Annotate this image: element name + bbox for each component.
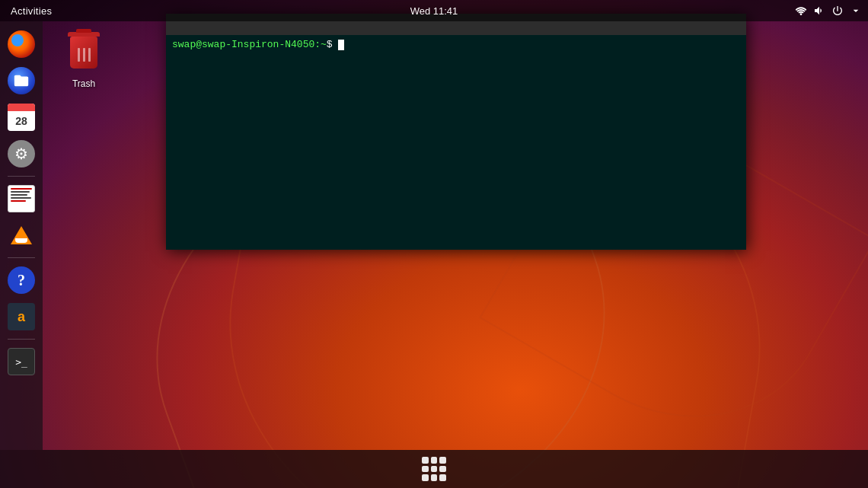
prompt-separator: :~ <box>314 39 327 50</box>
grid-dot-6 <box>439 466 446 473</box>
grid-dot-1 <box>422 457 429 464</box>
terminal-cursor <box>338 40 344 50</box>
desktop-icons-area: Trash <box>53 30 114 92</box>
settings-icon: ⚙ <box>8 140 35 167</box>
trash-lines <box>78 48 91 62</box>
panel-left: Activities <box>6 5 56 17</box>
activities-button[interactable]: Activities <box>6 5 56 17</box>
trash-line-1 <box>78 48 80 62</box>
grid-dot-4 <box>422 466 429 473</box>
show-applications-button[interactable] <box>422 457 446 481</box>
files-icon <box>8 67 35 94</box>
dock-item-vlc[interactable] <box>5 218 38 252</box>
calendar-header <box>8 104 35 111</box>
panel-clock: Wed 11:41 <box>410 5 458 17</box>
trash-desktop-icon[interactable]: Trash <box>53 30 114 92</box>
terminal-dock-icon: >_ <box>8 348 35 375</box>
calendar-day: 28 <box>8 111 35 131</box>
dock-item-firefox[interactable] <box>5 27 38 61</box>
grid-dot-8 <box>431 474 438 481</box>
writer-icon <box>8 185 35 212</box>
help-icon: ? <box>8 266 35 294</box>
dock-separator <box>8 176 35 177</box>
grid-dot-5 <box>431 466 438 473</box>
vlc-cone <box>11 226 32 244</box>
prompt-dollar: $ <box>327 39 339 50</box>
dock-separator-3 <box>8 339 35 340</box>
writer-line-5 <box>11 200 26 202</box>
bottom-panel <box>0 450 868 488</box>
amazon-icon: a <box>8 303 35 330</box>
terminal-window: swap@swap-Inspiron-N4050:~$ <box>166 14 746 250</box>
writer-line-3 <box>11 194 27 196</box>
trash-body <box>70 37 97 69</box>
writer-line-2 <box>11 191 30 193</box>
calendar-icon: 28 <box>8 104 35 131</box>
firefox-icon <box>8 30 35 58</box>
dock-item-calendar[interactable]: 28 <box>5 100 38 134</box>
dock-item-help[interactable]: ? <box>5 263 38 297</box>
dock-item-amazon[interactable]: a <box>5 300 38 333</box>
dropdown-arrow-icon[interactable] <box>850 5 862 17</box>
vlc-icon <box>8 222 35 249</box>
dock-item-writer[interactable] <box>5 182 38 215</box>
dock-item-files[interactable] <box>5 64 38 97</box>
terminal-body[interactable]: swap@swap-Inspiron-N4050:~$ <box>166 35 746 250</box>
dock-item-settings[interactable]: ⚙ <box>5 137 38 171</box>
dock: 28 ⚙ ? <box>0 21 43 450</box>
trash-label: Trash <box>72 78 95 89</box>
writer-line-1 <box>11 188 32 190</box>
trash-line-2 <box>83 48 85 62</box>
system-indicator-icon[interactable] <box>831 5 844 17</box>
top-panel: Activities Wed 11:41 <box>0 0 868 21</box>
desktop: Activities Wed 11:41 <box>0 0 868 488</box>
wifi-icon[interactable] <box>795 5 807 17</box>
grid-dot-2 <box>431 457 438 464</box>
terminal-prompt-line: swap@swap-Inspiron-N4050:~$ <box>166 35 746 54</box>
dock-separator-2 <box>8 257 35 258</box>
volume-icon[interactable] <box>813 5 825 17</box>
trash-icon <box>65 33 102 76</box>
writer-line-4 <box>11 197 31 199</box>
grid-dot-9 <box>439 474 446 481</box>
grid-dot-3 <box>439 457 446 464</box>
prompt-user: swap@swap-Inspiron-N4050 <box>172 39 314 50</box>
trash-line-3 <box>88 48 91 62</box>
dock-item-terminal[interactable]: >_ <box>5 345 38 378</box>
panel-right <box>795 5 862 17</box>
grid-dot-7 <box>422 474 429 481</box>
